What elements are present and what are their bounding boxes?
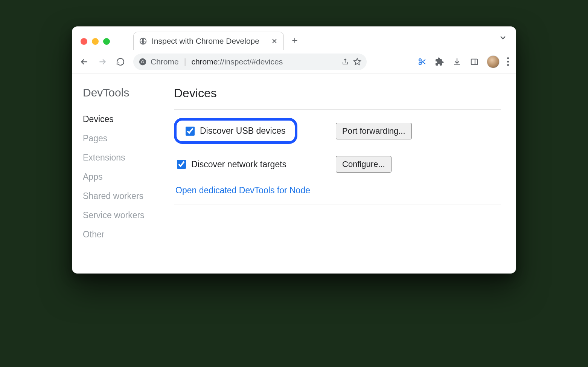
downloads-icon[interactable] [452,57,462,67]
sidebar-item-shared-workers[interactable]: Shared workers [72,187,170,206]
chrome-icon [139,58,147,66]
sidebar-title: DevTools [72,86,170,99]
usb-row: Discover USB devices Port forwarding... [174,112,501,150]
discover-usb-checkbox[interactable] [186,127,195,136]
minimize-window-button[interactable] [92,38,99,45]
sidebar-item-other[interactable]: Other [72,225,170,244]
close-window-button[interactable] [81,38,87,45]
configure-button[interactable]: Configure... [336,156,391,173]
discover-network-label: Discover network targets [191,159,286,170]
sidebar: DevTools Devices Pages Extensions Apps S… [72,73,170,273]
node-link-row: Open dedicated DevTools for Node [174,179,501,205]
tab-title: Inspect with Chrome Develope [152,37,266,46]
forward-button[interactable] [97,57,108,67]
divider [174,109,501,110]
toolbar-right [417,55,509,68]
discover-network-checkbox[interactable] [177,160,186,169]
sidebar-item-devices[interactable]: Devices [72,110,170,129]
omnibox-prefix: Chrome [151,57,179,66]
open-node-devtools-link[interactable]: Open dedicated DevTools for Node [175,185,310,195]
menu-icon[interactable] [507,57,509,66]
titlebar: Inspect with Chrome Develope [72,27,516,50]
port-forwarding-button[interactable]: Port forwarding... [336,123,412,139]
svg-rect-6 [471,59,478,64]
side-panel-icon[interactable] [469,57,479,67]
main-panel: Devices Discover USB devices Port forwar… [170,73,516,273]
profile-avatar[interactable] [487,55,500,68]
sidebar-item-apps[interactable]: Apps [72,167,170,187]
tabs-dropdown-icon[interactable] [498,33,507,44]
address-bar[interactable]: Chrome | chrome://inspect/#devices [133,54,367,70]
page-heading: Devices [174,86,501,100]
sidebar-item-service-workers[interactable]: Service workers [72,206,170,225]
svg-point-4 [419,59,421,61]
omnibox-url: chrome://inspect/#devices [191,57,283,66]
globe-icon [139,37,147,45]
highlight-annotation: Discover USB devices [174,118,297,144]
share-icon[interactable] [341,58,349,66]
browser-window: Inspect with Chrome Develope Chrome | [72,26,516,274]
maximize-window-button[interactable] [103,38,110,45]
browser-tab[interactable]: Inspect with Chrome Develope [133,32,284,50]
extensions-icon[interactable] [435,57,445,67]
new-tab-button[interactable] [289,35,300,46]
network-row: Discover network targets Configure... [174,150,501,179]
back-button[interactable] [79,57,90,67]
omnibox-separator: | [184,57,186,67]
close-tab-icon[interactable] [271,37,278,45]
bookmark-icon[interactable] [353,58,361,66]
page-content: DevTools Devices Pages Extensions Apps S… [72,73,516,273]
reload-button[interactable] [115,57,126,67]
traffic-lights [81,38,110,45]
sidebar-item-extensions[interactable]: Extensions [72,148,170,167]
svg-point-5 [419,63,421,65]
sidebar-item-pages[interactable]: Pages [72,129,170,148]
toolbar: Chrome | chrome://inspect/#devices [72,50,516,73]
scissors-icon[interactable] [417,57,427,67]
svg-point-3 [142,61,144,63]
discover-usb-label: Discover USB devices [200,126,286,136]
